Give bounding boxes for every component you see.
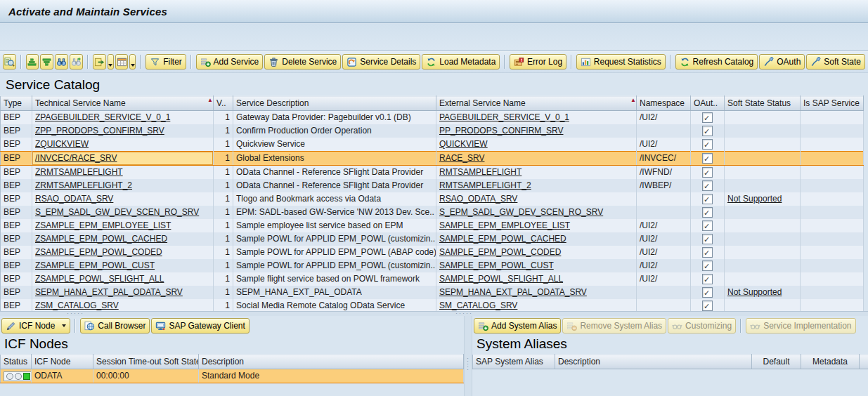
external-service-name-link[interactable]: SAMPLE_EPM_POWL_CACHED	[439, 234, 566, 244]
oauth-checkbox[interactable]	[702, 194, 713, 204]
sort-ascending-button[interactable]	[26, 54, 39, 70]
external-service-name-link[interactable]: SAMPLE_EPM_POWL_CUST	[439, 260, 554, 270]
icf-node-row[interactable]: ODATA 00:00:00 Standard Mode	[1, 369, 464, 383]
choose-layout-button[interactable]	[115, 54, 129, 70]
load-metadata-button[interactable]: Load Metadata	[422, 54, 500, 70]
column-header-is-sap-service[interactable]: Is SAP Service	[801, 96, 864, 111]
column-header-version[interactable]: V..	[214, 96, 233, 111]
external-service-name-link[interactable]: SEPM_HANA_EXT_PAL_ODATA_SRV	[439, 287, 587, 297]
technical-service-name-link[interactable]: /INVCEC/RACE_SRV	[35, 153, 117, 163]
column-header-description[interactable]: Description	[199, 355, 464, 369]
external-service-name-link[interactable]: RSAO_ODATA_SRV	[439, 194, 517, 204]
table-row[interactable]: BEP ZPP_PRODOPS_CONFIRM_SRV 1 Confirm Pr…	[1, 124, 864, 138]
column-header-metadata[interactable]: Metadata	[801, 355, 860, 369]
column-header-service-description[interactable]: Service Description	[233, 96, 436, 111]
oauth-checkbox[interactable]	[702, 220, 713, 231]
splitter-handle[interactable]: ·····	[67, 311, 84, 315]
oauth-checkbox[interactable]	[702, 153, 713, 164]
vertical-splitter[interactable]: ·····	[464, 316, 472, 396]
external-service-name-link[interactable]: QUICKVIEW	[439, 139, 488, 149]
oauth-button[interactable]: OAuth	[759, 54, 805, 70]
error-log-button[interactable]: Error Log	[510, 54, 566, 70]
column-header-technical-service-name[interactable]: Technical Service Name▲	[32, 96, 214, 111]
export-button[interactable]	[93, 54, 106, 70]
technical-service-name-link[interactable]: RSAO_ODATA_SRV	[35, 194, 113, 204]
add-system-alias-button[interactable]: Add System Alias	[474, 318, 561, 334]
technical-service-name-link[interactable]: ZSAMPLE_EPM_POWL_CACHED	[35, 234, 167, 244]
table-row[interactable]: BEP ZPAGEBUILDER_SERVICE_V_0_1 1 Gateway…	[1, 111, 864, 125]
table-row[interactable]: BEP ZQUICKVIEW 1 Quickview Service QUICK…	[1, 138, 864, 152]
oauth-checkbox[interactable]	[702, 260, 713, 271]
table-row[interactable]: BEP RSAO_ODATA_SRV 1 Tlogo and Bookmark …	[1, 192, 864, 206]
oauth-checkbox[interactable]	[702, 207, 713, 218]
table-row[interactable]: BEP ZSAMPLE_EPM_POWL_CUST 1 Sample POWL …	[1, 259, 864, 272]
technical-service-name-link[interactable]: ZPAGEBUILDER_SERVICE_V_0_1	[35, 112, 170, 122]
external-service-name-link[interactable]: RACE_SRV	[439, 153, 484, 163]
technical-service-name-link[interactable]: S_EPM_SADL_GW_DEV_SCEN_RO_SRV	[35, 207, 199, 217]
column-header-soft-state-status[interactable]: Soft State Status	[725, 96, 801, 111]
column-header-icf-node[interactable]: ICF Node	[32, 355, 93, 369]
column-header-namespace[interactable]: Namespace	[637, 96, 691, 111]
oauth-checkbox[interactable]	[702, 274, 713, 284]
soft-state-status-link[interactable]: Not Supported	[727, 287, 782, 297]
column-header-description[interactable]: Description	[555, 355, 752, 369]
export-menu-button[interactable]	[108, 54, 114, 70]
oauth-checkbox[interactable]	[702, 301, 713, 311]
technical-service-name-link[interactable]: ZSAMPLE_POWL_SFLIGHT_ALL	[35, 274, 164, 284]
oauth-checkbox[interactable]	[702, 112, 713, 123]
table-row[interactable]: BEP ZSAMPLE_POWL_SFLIGHT_ALL 1 Sample fl…	[1, 272, 864, 286]
oauth-checkbox[interactable]	[702, 126, 713, 136]
technical-service-name-link[interactable]: ZSM_CATALOG_SRV	[35, 301, 119, 310]
oauth-checkbox[interactable]	[702, 234, 713, 244]
splitter-handle[interactable]: ·····	[467, 357, 469, 371]
column-header-clipped[interactable]	[860, 355, 868, 369]
column-header-session-timeout[interactable]: Session Time-out Soft State	[93, 355, 199, 369]
column-header-external-service-name[interactable]: External Service Name▲	[436, 96, 637, 111]
refresh-catalog-button[interactable]: Refresh Catalog	[675, 54, 758, 70]
external-service-name-link[interactable]: SAMPLE_EPM_EMPLOYEE_LIST	[439, 220, 570, 230]
column-header-sap-system-alias[interactable]: SAP System Alias	[473, 355, 555, 369]
table-row[interactable]: BEP ZSAMPLE_EPM_EMPLOYEE_LIST 1 Sample e…	[1, 219, 864, 232]
technical-service-name-link[interactable]: ZPP_PRODOPS_CONFIRM_SRV	[35, 126, 164, 136]
icf-node-menu-button[interactable]: ICF Node	[1, 318, 70, 334]
technical-service-name-link[interactable]: ZQUICKVIEW	[35, 139, 89, 149]
find-button[interactable]	[55, 54, 68, 70]
table-row[interactable]: BEP SEPM_HANA_EXT_PAL_ODATA_SRV 1 SEPM_H…	[1, 286, 864, 299]
oauth-checkbox[interactable]	[702, 139, 713, 150]
table-row[interactable]: BEP ZSAMPLE_EPM_POWL_CACHED 1 Sample POW…	[1, 232, 864, 246]
technical-service-name-link[interactable]: ZRMTSAMPLEFLIGHT	[35, 167, 123, 177]
technical-service-name-link[interactable]: ZSAMPLE_EPM_POWL_CODED	[35, 247, 162, 257]
oauth-checkbox[interactable]	[702, 180, 713, 191]
table-row[interactable]: BEP ZRMTSAMPLEFLIGHT_2 1 OData Channel -…	[1, 179, 864, 192]
oauth-checkbox[interactable]	[702, 167, 713, 178]
details-button[interactable]	[3, 54, 16, 70]
external-service-name-link[interactable]: RMTSAMPLEFLIGHT	[439, 167, 522, 177]
sap-gateway-client-button[interactable]: SAP Gateway Client	[151, 318, 250, 334]
column-header-oauth[interactable]: OAut..	[691, 96, 725, 111]
add-service-button[interactable]: Add Service	[196, 54, 264, 70]
column-header-status[interactable]: Status	[1, 355, 32, 369]
technical-service-name-link[interactable]: ZRMTSAMPLEFLIGHT_2	[35, 180, 132, 190]
external-service-name-link[interactable]: PAGEBUILDER_SERVICE_V_0_1	[439, 112, 569, 122]
splitter-handle[interactable]: ·····	[455, 311, 473, 315]
call-browser-button[interactable]: Call Browser	[80, 318, 150, 334]
find-next-button[interactable]	[70, 54, 83, 70]
service-details-button[interactable]: Service Details	[342, 54, 420, 70]
table-row[interactable]: BEP S_EPM_SADL_GW_DEV_SCEN_RO_SRV 1 EPM:…	[1, 206, 864, 219]
oauth-checkbox[interactable]	[702, 247, 713, 258]
soft-state-status-link[interactable]: Not Supported	[727, 194, 782, 204]
external-service-name-link[interactable]: RMTSAMPLEFLIGHT_2	[439, 180, 531, 190]
table-row[interactable]: BEP /INVCEC/RACE_SRV 1 Global Extensions…	[1, 152, 864, 166]
request-statistics-button[interactable]: Request Statistics	[576, 54, 666, 70]
external-service-name-link[interactable]: PP_PRODOPS_CONFIRM_SRV	[439, 126, 564, 136]
filter-button[interactable]: Filter	[145, 54, 186, 70]
technical-service-name-link[interactable]: SEPM_HANA_EXT_PAL_ODATA_SRV	[35, 287, 183, 297]
technical-service-name-link[interactable]: ZSAMPLE_EPM_EMPLOYEE_LIST	[35, 220, 171, 230]
external-service-name-link[interactable]: SAMPLE_EPM_POWL_CODED	[439, 247, 561, 257]
column-header-default[interactable]: Default	[752, 355, 801, 369]
technical-service-name-link[interactable]: ZSAMPLE_EPM_POWL_CUST	[35, 260, 155, 270]
external-service-name-link[interactable]: S_EPM_SADL_GW_DEV_SCEN_RO_SRV	[439, 207, 603, 217]
choose-layout-menu-button[interactable]	[129, 54, 136, 70]
soft-state-button[interactable]: Soft State	[806, 54, 865, 70]
table-row[interactable]: BEP ZSAMPLE_EPM_POWL_CODED 1 Sample POWL…	[1, 246, 864, 259]
